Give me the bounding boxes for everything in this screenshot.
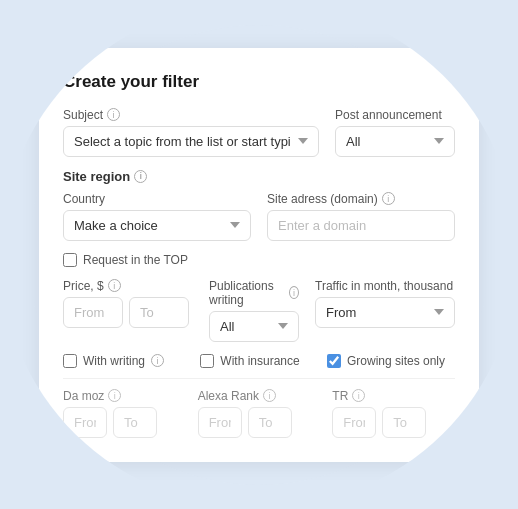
price-from-input[interactable] <box>63 297 123 328</box>
alexa-to-input[interactable] <box>248 407 292 438</box>
alexa-rank-label: Alexa Rank <box>198 389 259 403</box>
card-title: Create your filter <box>63 72 455 92</box>
price-label: Price, $ <box>63 279 104 293</box>
site-address-info-icon[interactable]: i <box>382 192 395 205</box>
post-announcement-label: Post announcement <box>335 108 442 122</box>
price-info-icon[interactable]: i <box>108 279 121 292</box>
with-insurance-checkbox[interactable] <box>200 354 214 368</box>
tr-label: TR <box>332 389 348 403</box>
subject-label: Subject <box>63 108 103 122</box>
da-moz-info-icon[interactable]: i <box>108 389 121 402</box>
site-region-label: Site region <box>63 169 130 184</box>
traffic-label: Traffic in month, thousand <box>315 279 453 293</box>
publications-select[interactable]: All <box>209 311 299 342</box>
site-address-label: Site adress (domain) <box>267 192 378 206</box>
publications-info-icon[interactable]: i <box>289 286 299 299</box>
growing-sites-checkbox[interactable] <box>327 354 341 368</box>
with-writing-info-icon[interactable]: i <box>151 354 164 367</box>
site-address-input[interactable] <box>267 210 455 241</box>
traffic-select[interactable]: From <box>315 297 455 328</box>
price-to-input[interactable] <box>129 297 189 328</box>
subject-info-icon[interactable]: i <box>107 108 120 121</box>
tr-info-icon[interactable]: i <box>352 389 365 402</box>
request-top-label: Request in the TOP <box>83 253 188 267</box>
country-label: Country <box>63 192 105 206</box>
da-moz-label: Da moz <box>63 389 104 403</box>
with-writing-label: With writing <box>83 354 145 368</box>
bottom-section: Da moz i Alexa Rank i <box>63 389 455 438</box>
with-writing-checkbox[interactable] <box>63 354 77 368</box>
growing-sites-label: Growing sites only <box>347 354 445 368</box>
country-select[interactable]: Make a choice <box>63 210 251 241</box>
publications-label: Publications writing <box>209 279 285 307</box>
site-region-info-icon[interactable]: i <box>134 170 147 183</box>
with-insurance-label: With insurance <box>220 354 299 368</box>
section-divider <box>63 378 455 379</box>
filter-card: Create your filter Subject i Select a to… <box>39 48 479 462</box>
request-top-checkbox[interactable] <box>63 253 77 267</box>
alexa-from-input[interactable] <box>198 407 242 438</box>
alexa-rank-info-icon[interactable]: i <box>263 389 276 402</box>
tr-to-input[interactable] <box>382 407 426 438</box>
da-moz-from-input[interactable] <box>63 407 107 438</box>
subject-select[interactable]: Select a topic from the list or start ty… <box>63 126 319 157</box>
da-moz-to-input[interactable] <box>113 407 157 438</box>
post-announcement-select[interactable]: All <box>335 126 455 157</box>
tr-from-input[interactable] <box>332 407 376 438</box>
